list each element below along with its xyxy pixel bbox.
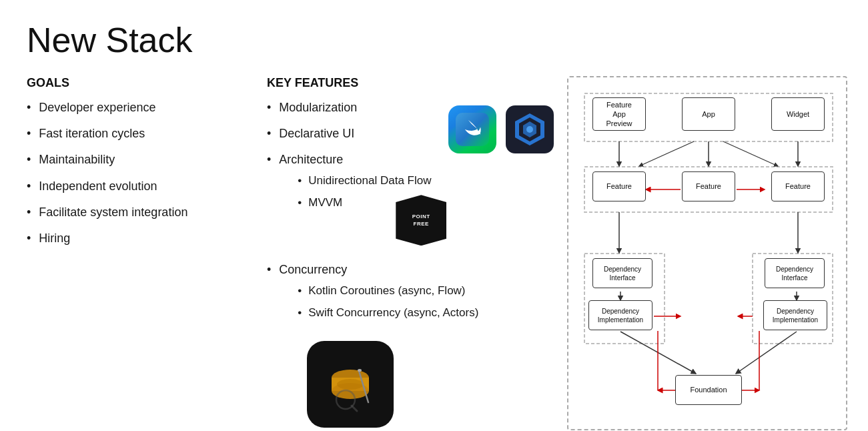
- svg-line-21: [723, 141, 778, 166]
- feature-architecture: Architecture Unidirectional Data Flow MV…: [267, 151, 560, 252]
- arch-arrows-svg: [579, 88, 838, 418]
- tech-icons-row: [448, 105, 554, 153]
- arch-item-mvvm: MVVM PointFree: [298, 195, 446, 246]
- architecture-diagram: FeatureAppPreview App Widget Feature Fea…: [567, 76, 847, 430]
- thread-icon-svg: [320, 354, 380, 414]
- svg-line-26: [620, 332, 696, 374]
- node-feature-app-preview: FeatureAppPreview: [592, 97, 646, 131]
- arch-container: FeatureAppPreview App Widget Feature Fea…: [579, 88, 838, 418]
- node-dep-interface-1: DependencyInterface: [592, 258, 653, 288]
- swift-icon: [448, 105, 496, 153]
- pointfree-text: PointFree: [412, 213, 430, 228]
- concurrency-kotlin: Kotlin Coroutines (async, Flow): [298, 283, 478, 299]
- architecture-sub-list: Unidirectional Data Flow MVVM PointFree: [298, 173, 446, 246]
- svg-line-20: [639, 141, 694, 166]
- node-widget: Widget: [771, 97, 825, 131]
- goal-item-2: Fast iteration cycles: [27, 125, 267, 142]
- node-dep-interface-2: DependencyInterface: [765, 258, 825, 288]
- node-dep-impl-2: DependencyImplementation: [763, 300, 827, 330]
- swift-logo-svg: [456, 113, 489, 146]
- main-layout: GOALS Developer experience Fast iteratio…: [27, 76, 841, 431]
- node-dep-impl-1: DependencyImplementation: [588, 300, 653, 330]
- goals-list: Developer experience Fast iteration cycl…: [27, 99, 267, 247]
- thread-needle-icon: [307, 341, 394, 428]
- pointfree-badge: PointFree: [396, 195, 446, 246]
- page-title: New Stack: [27, 20, 841, 60]
- features-column: KEY FEATURES: [267, 76, 560, 428]
- svg-point-10: [358, 369, 362, 372]
- svg-point-4: [526, 126, 533, 133]
- node-app: App: [682, 97, 735, 131]
- node-feature-1: Feature: [592, 171, 646, 201]
- node-feature-2: Feature: [682, 171, 735, 201]
- svg-line-27: [736, 332, 797, 374]
- tca-icon: [506, 105, 554, 153]
- node-foundation: Foundation: [675, 375, 742, 405]
- goals-title: GOALS: [27, 76, 267, 90]
- feature-concurrency: Concurrency Kotlin Coroutines (async, Fl…: [267, 262, 560, 328]
- svg-point-8: [337, 379, 364, 390]
- goal-item-3: Maintainability: [27, 151, 267, 168]
- svg-line-12: [352, 406, 357, 411]
- svg-rect-0: [456, 113, 489, 146]
- concurrency-sub-list: Kotlin Coroutines (async, Flow) Swift Co…: [298, 283, 478, 322]
- architecture-diagram-column: FeatureAppPreview App Widget Feature Fea…: [567, 76, 847, 430]
- arch-item-udf: Unidirectional Data Flow: [298, 173, 446, 189]
- goals-column: GOALS Developer experience Fast iteratio…: [27, 76, 267, 431]
- goal-item-6: Hiring: [27, 230, 267, 247]
- features-title: KEY FEATURES: [267, 76, 560, 90]
- tca-logo-svg: [512, 112, 547, 147]
- node-feature-3: Feature: [771, 171, 825, 201]
- goal-item-5: Facilitate system integration: [27, 204, 267, 221]
- concurrency-swift: Swift Concurrency (async, Actors): [298, 305, 478, 321]
- goal-item-4: Independent evolution: [27, 178, 267, 195]
- goal-item-1: Developer experience: [27, 99, 267, 116]
